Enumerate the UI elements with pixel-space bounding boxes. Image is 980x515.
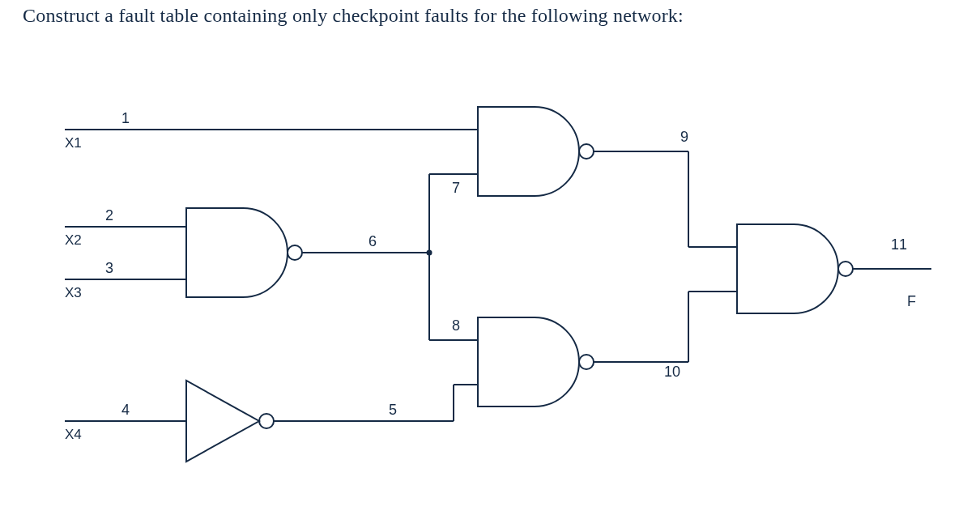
circuit-svg: X1 X2 X3 X4 1 2 3 4 5 6 7 8 9 10 11 F xyxy=(49,73,940,502)
gate-not xyxy=(186,381,274,462)
wire-10: 10 xyxy=(664,364,680,380)
wire-6: 6 xyxy=(369,233,377,249)
label-x3: X3 xyxy=(65,285,82,300)
wire-4: 4 xyxy=(121,402,130,418)
gate-nand-2 xyxy=(478,107,594,196)
prompt-text: Construct a fault table containing only … xyxy=(23,5,684,27)
circuit-diagram: X1 X2 X3 X4 1 2 3 4 5 6 7 8 9 10 11 F xyxy=(49,73,940,502)
label-x4: X4 xyxy=(65,427,82,442)
wire-7: 7 xyxy=(452,180,460,196)
wire-5: 5 xyxy=(389,402,397,418)
gate-nand-3 xyxy=(478,317,594,406)
wire-9: 9 xyxy=(680,129,688,145)
gate-nand-4 xyxy=(737,224,853,313)
wire-1: 1 xyxy=(121,110,130,126)
label-x1: X1 xyxy=(65,135,82,151)
fanout-node xyxy=(427,250,432,256)
label-f: F xyxy=(907,293,916,309)
wire-2: 2 xyxy=(105,207,113,223)
gate-nand-1 xyxy=(186,208,302,297)
wire-11: 11 xyxy=(891,236,907,253)
wire-3: 3 xyxy=(105,260,113,276)
wires xyxy=(65,130,931,421)
wire-8: 8 xyxy=(452,317,460,334)
label-x2: X2 xyxy=(65,232,82,248)
